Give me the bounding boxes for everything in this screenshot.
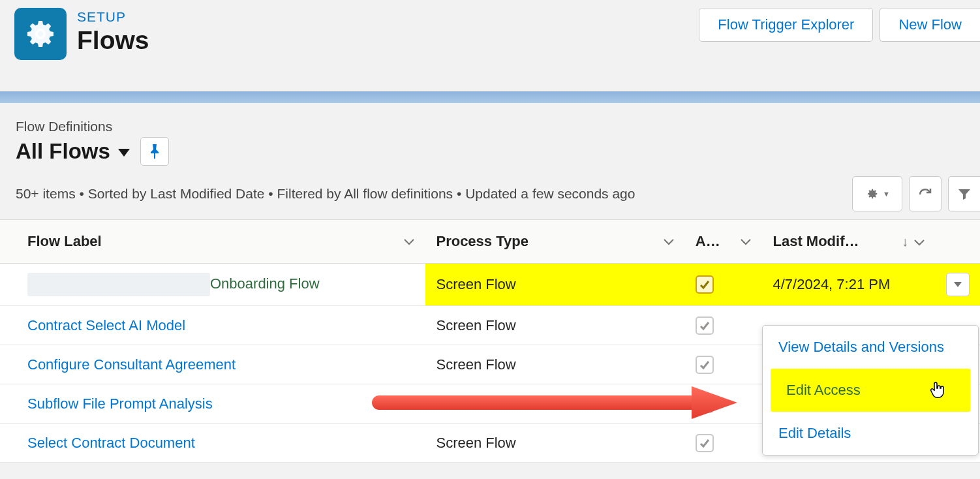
flow-label-link[interactable]: Configure Consultant Agreement	[27, 356, 236, 373]
new-flow-button[interactable]: New Flow	[880, 8, 980, 42]
object-label: Flow Definitions	[16, 119, 964, 134]
cell-flow-label: Configure Consultant Agreement	[0, 345, 425, 384]
svg-rect-1	[372, 395, 698, 410]
cell-last-modified: 4/7/2024, 7:21 PM	[762, 264, 935, 306]
flow-label-link[interactable]: Contract Select AI Model	[27, 317, 185, 333]
flow-label-link[interactable]: Subflow File Prompt Analysis	[27, 395, 213, 412]
menu-edit-details[interactable]: Edit Details	[763, 412, 978, 455]
status-row: 50+ items • Sorted by Last Modified Date…	[0, 174, 980, 219]
flow-label-link[interactable]: Onboarding Flow	[210, 275, 320, 292]
cell-process-type: Screen Flow	[425, 345, 684, 384]
sort-arrow-down-icon: ↓	[902, 234, 908, 249]
annotation-arrow	[372, 386, 737, 422]
column-header-process-type[interactable]: Process Type	[425, 220, 684, 264]
cell-process-type: Screen Flow	[425, 264, 684, 306]
page-title: Flows	[77, 26, 149, 55]
chevron-down-icon	[663, 238, 675, 245]
cell-flow-label: Subflow File Prompt Analysis	[0, 384, 425, 424]
caret-down-icon	[954, 282, 962, 287]
cell-active	[685, 424, 763, 463]
cell-active	[685, 306, 763, 345]
active-checkbox	[696, 317, 714, 335]
flow-label-link[interactable]: Select Contract Document	[27, 435, 195, 451]
row-action-menu: View Details and Versions Edit Access Ed…	[762, 325, 979, 456]
svg-marker-2	[692, 386, 737, 419]
column-header-active[interactable]: A…	[685, 220, 763, 264]
cell-flow-label: Contract Select AI Model	[0, 306, 425, 345]
gear-small-icon	[865, 187, 879, 201]
flow-trigger-explorer-button[interactable]: Flow Trigger Explorer	[699, 8, 873, 42]
active-checkbox	[696, 356, 714, 374]
redacted-text	[27, 273, 210, 296]
active-checkbox	[696, 275, 714, 294]
table-row: Onboarding FlowScreen Flow4/7/2024, 7:21…	[0, 264, 980, 306]
list-settings-button[interactable]: ▼	[852, 176, 902, 211]
column-header-last-modified[interactable]: Last Modif… ↓	[762, 220, 935, 264]
chevron-down-icon	[403, 238, 415, 245]
menu-item-label: Edit Access	[786, 382, 861, 398]
decorative-ribbon	[0, 91, 980, 103]
view-name-label: All Flows	[16, 139, 110, 164]
filter-icon	[957, 186, 972, 202]
column-header-actions	[936, 220, 980, 264]
chevron-down-icon	[913, 238, 925, 246]
caret-down-icon	[118, 149, 130, 157]
cell-flow-label: Onboarding Flow	[0, 264, 425, 306]
list-toolbar: ▼	[852, 176, 980, 211]
cell-actions	[936, 264, 980, 306]
pin-list-button[interactable]	[140, 137, 169, 166]
svg-marker-0	[954, 282, 962, 287]
list-view-picker[interactable]: All Flows	[16, 137, 964, 166]
cell-flow-label: Select Contract Document	[0, 424, 425, 463]
pin-icon	[149, 144, 161, 159]
column-label: Process Type	[436, 233, 528, 250]
column-label: A…	[696, 233, 720, 250]
cell-active	[685, 345, 763, 384]
setup-label: SETUP	[77, 9, 149, 25]
cell-process-type: Screen Flow	[425, 306, 684, 345]
gear-icon	[14, 8, 67, 60]
menu-view-details[interactable]: View Details and Versions	[763, 326, 978, 369]
chevron-down-icon	[740, 238, 752, 245]
active-checkbox	[696, 434, 714, 452]
header-buttons: Flow Trigger Explorer New Flow	[699, 8, 980, 42]
list-status-text: 50+ items • Sorted by Last Modified Date…	[16, 186, 635, 202]
cell-active	[685, 264, 763, 306]
cursor-pointer-icon	[930, 381, 945, 399]
column-header-flow-label[interactable]: Flow Label	[0, 220, 425, 264]
row-menu-button[interactable]	[946, 273, 970, 296]
menu-edit-access[interactable]: Edit Access	[771, 369, 970, 412]
refresh-button[interactable]	[909, 176, 942, 211]
list-view-header: Flow Definitions All Flows	[0, 103, 980, 174]
cell-process-type: Screen Flow	[425, 424, 684, 463]
column-label: Last Modif…	[773, 233, 859, 250]
column-label: Flow Label	[27, 233, 102, 250]
page-header: SETUP Flows Flow Trigger Explorer New Fl…	[0, 0, 980, 91]
title-block: SETUP Flows	[77, 8, 149, 55]
filter-button[interactable]	[948, 176, 980, 211]
refresh-icon	[917, 186, 933, 202]
